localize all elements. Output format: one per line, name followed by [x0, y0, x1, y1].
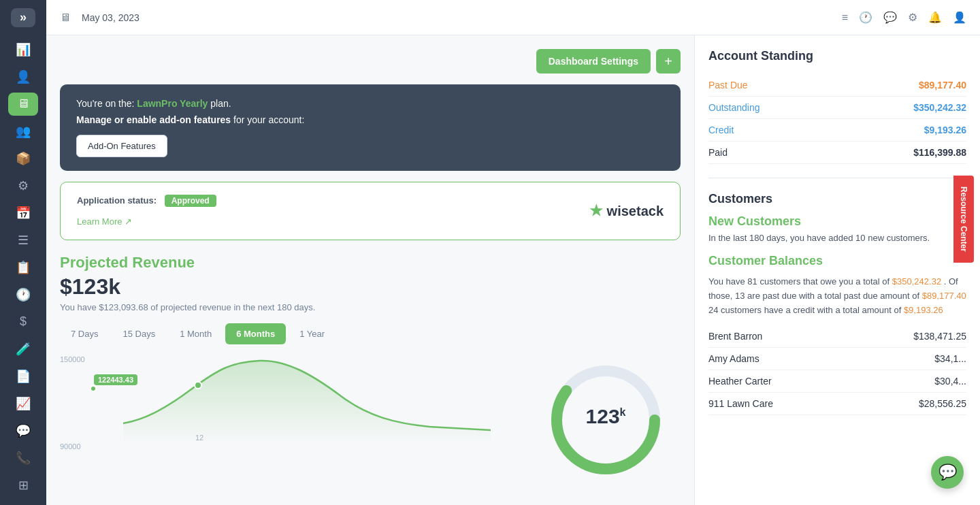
sidebar-item-chart[interactable]: 📈	[8, 392, 38, 415]
tab-15days[interactable]: 15 Days	[112, 323, 166, 344]
chart-left: 150000 90000 122443.43	[60, 355, 520, 464]
revenue-chart: 12	[94, 355, 520, 444]
sidebar: » 📊 👤 🖥 👥 📦 ⚙ 📅 ☰ 📋 🕐 $ 🧪 📄 📈 💬 📞 ⊞	[0, 0, 46, 505]
sidebar-item-users[interactable]: 👤	[8, 65, 38, 88]
new-customers-desc: In the last 180 days, you have added 10 …	[708, 233, 966, 243]
sidebar-item-calendar[interactable]: 📅	[8, 201, 38, 225]
monitor-icon: 🖥	[60, 12, 71, 24]
outstanding-label: Outstanding	[708, 102, 760, 113]
plan-banner: You're on the: LawnPro Yearly plan. Mana…	[60, 84, 681, 171]
customer-row-1: Brent Barron $138,471.25	[708, 325, 966, 348]
sidebar-item-flask[interactable]: 🧪	[8, 338, 38, 361]
sidebar-item-phone[interactable]: 📞	[8, 446, 38, 470]
notification-icon[interactable]: 🔔	[928, 11, 942, 24]
customer-balances-title: Customer Balances	[708, 254, 966, 268]
right-panel: Account Standing Past Due $89,177.40 Out…	[694, 35, 980, 505]
list-icon[interactable]: ≡	[842, 12, 848, 24]
chat-fab[interactable]: 💬	[931, 456, 964, 489]
new-customers-title: New Customers	[708, 214, 966, 229]
balance-desc: You have 81 customers that owe you a tot…	[708, 275, 966, 317]
account-standing-title: Account Standing	[708, 49, 966, 63]
sidebar-item-grid[interactable]: ⊞	[8, 474, 38, 497]
tab-1year[interactable]: 1 Year	[289, 323, 336, 344]
balance-total: $350,242.32	[892, 276, 941, 287]
donut-chart: 123k	[531, 355, 681, 478]
credit-label: Credit	[708, 125, 734, 135]
paid-value: $116,399.88	[913, 147, 966, 158]
sidebar-item-clipboard[interactable]: 📋	[8, 256, 38, 279]
tab-6months[interactable]: 6 Months	[225, 323, 286, 344]
plan-text: You're on the: LawnPro Yearly plan.	[76, 98, 664, 109]
status-card: Application status: Approved Learn More …	[60, 182, 681, 240]
tab-1month[interactable]: 1 Month	[169, 323, 223, 344]
wisetack-logo: ★ wisetack	[589, 202, 664, 220]
donut-center-text: 123k	[586, 405, 626, 428]
clock-icon[interactable]: 🕐	[859, 11, 872, 24]
revenue-section: Projected Revenue $123k You have $123,09…	[60, 254, 681, 485]
section-divider-1	[708, 178, 966, 178]
account-row-credit: Credit $9,193.26	[708, 119, 966, 142]
sidebar-item-report[interactable]: 📄	[8, 365, 38, 388]
topbar: 🖥 May 03, 2023 ≡ 🕐 💬 ⚙ 🔔 👤	[46, 0, 980, 35]
dashboard-header: Dashboard Settings +	[60, 49, 681, 74]
svg-point-0	[195, 382, 201, 389]
sidebar-item-dollar[interactable]: $	[8, 310, 38, 333]
sidebar-item-list[interactable]: ☰	[8, 229, 38, 252]
user-icon[interactable]: 👤	[953, 11, 966, 24]
account-standing-rows: Past Due $89,177.40 Outstanding $350,242…	[708, 74, 966, 164]
revenue-desc: You have $123,093.68 of projected revenu…	[60, 302, 681, 312]
status-label: Application status: Approved	[77, 195, 216, 207]
past-due-value: $89,177.40	[919, 80, 966, 91]
time-tabs: 7 Days 15 Days 1 Month 6 Months 1 Year	[60, 323, 681, 344]
gear-icon[interactable]: ⚙	[908, 11, 917, 24]
svg-text:12: 12	[195, 434, 203, 442]
past-due-label: Past Due	[708, 80, 748, 91]
manage-text: Manage or enable add-on features for you…	[76, 114, 664, 125]
external-link-icon: ↗	[125, 216, 132, 227]
customer-row-3: Heather Carter $30,4...	[708, 370, 966, 393]
status-badge: Approved	[165, 195, 216, 207]
status-left: Application status: Approved Learn More …	[77, 195, 216, 227]
balance-past-due: $89,177.40	[922, 291, 966, 301]
customer-row-2: Amy Adams $34,1...	[708, 348, 966, 370]
revenue-amount: $123k	[60, 274, 681, 299]
chat-fab-icon: 💬	[938, 463, 957, 481]
chart-container: 150000 90000 122443.43	[60, 355, 681, 478]
balance-credit: $9,193.26	[904, 305, 943, 315]
sidebar-item-products[interactable]: 📦	[8, 147, 38, 170]
left-panel: Dashboard Settings + You're on the: Lawn…	[46, 35, 694, 505]
addon-features-button[interactable]: Add-On Features	[76, 135, 167, 157]
resource-center-tab[interactable]: Resource Center	[953, 176, 974, 263]
topbar-date: May 03, 2023	[82, 12, 140, 23]
sidebar-item-settings[interactable]: ⚙	[8, 174, 38, 197]
customer-row-4: 911 Lawn Care $28,556.25	[708, 393, 966, 415]
learn-more-link[interactable]: Learn More ↗	[77, 216, 132, 227]
plan-name: LawnPro Yearly	[137, 98, 208, 109]
main-wrapper: 🖥 May 03, 2023 ≡ 🕐 💬 ⚙ 🔔 👤 Dashboard Set…	[46, 0, 980, 505]
sidebar-item-analytics[interactable]: 📊	[8, 38, 38, 61]
topbar-icons: ≡ 🕐 💬 ⚙ 🔔 👤	[842, 11, 966, 24]
sidebar-item-history[interactable]: 🕐	[8, 283, 38, 306]
account-row-paid: Paid $116,399.88	[708, 142, 966, 164]
outstanding-value: $350,242.32	[913, 102, 966, 113]
customers-title: Customers	[708, 192, 966, 206]
sidebar-logo[interactable]: »	[11, 8, 35, 27]
paid-label: Paid	[708, 147, 728, 158]
tab-7days[interactable]: 7 Days	[60, 323, 109, 344]
dashboard-settings-button[interactable]: Dashboard Settings	[536, 49, 651, 74]
chat-icon[interactable]: 💬	[883, 11, 897, 24]
account-row-outstanding: Outstanding $350,242.32	[708, 97, 966, 119]
credit-value: $9,193.26	[924, 125, 966, 135]
content-area: Dashboard Settings + You're on the: Lawn…	[46, 35, 980, 505]
sidebar-item-team[interactable]: 👥	[8, 120, 38, 143]
sidebar-item-dashboard[interactable]: 🖥	[8, 93, 38, 116]
account-row-past-due: Past Due $89,177.40	[708, 74, 966, 97]
add-widget-button[interactable]: +	[656, 49, 681, 74]
sidebar-item-messages[interactable]: 💬	[8, 419, 38, 442]
chart-y-labels: 150000 90000	[60, 355, 85, 451]
revenue-title: Projected Revenue	[60, 254, 681, 272]
